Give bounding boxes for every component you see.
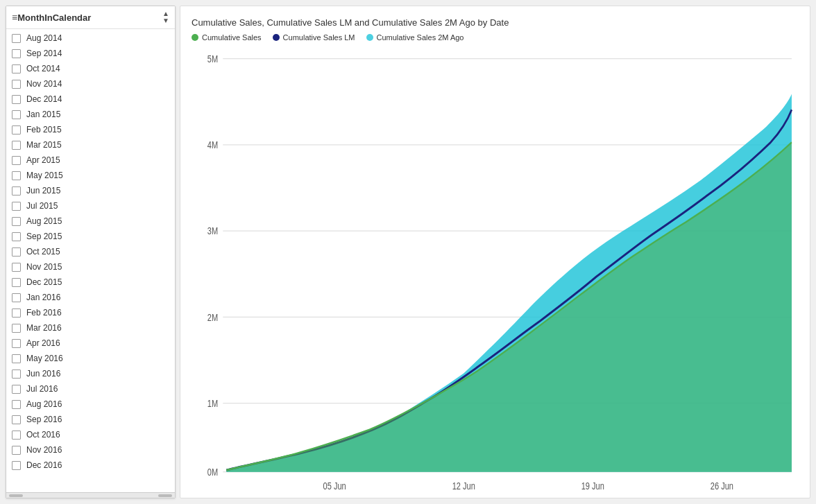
- list-item[interactable]: Sep 2016: [6, 412, 175, 427]
- month-label: Aug 2014: [26, 33, 62, 43]
- list-item[interactable]: Mar 2016: [6, 320, 175, 336]
- list-item[interactable]: Apr 2015: [6, 153, 175, 168]
- checkbox[interactable]: [12, 171, 21, 180]
- svg-text:5M: 5M: [207, 54, 218, 65]
- month-label: Apr 2016: [26, 338, 60, 348]
- list-item[interactable]: Sep 2014: [6, 46, 175, 61]
- checkbox[interactable]: [12, 400, 21, 409]
- list-item[interactable]: Oct 2014: [6, 61, 175, 76]
- list-item[interactable]: Oct 2015: [6, 244, 175, 259]
- month-label: Jun 2015: [26, 186, 60, 195]
- list-item[interactable]: Apr 2016: [6, 336, 175, 351]
- checkbox[interactable]: [12, 309, 21, 318]
- checkbox[interactable]: [12, 461, 21, 470]
- checkbox[interactable]: [12, 354, 21, 363]
- checkbox[interactable]: [12, 186, 21, 195]
- svg-text:0M: 0M: [207, 467, 218, 478]
- month-label: Apr 2015: [26, 155, 60, 165]
- list-item[interactable]: Nov 2015: [6, 259, 175, 275]
- svg-text:3M: 3M: [207, 226, 218, 237]
- checkbox[interactable]: [12, 49, 21, 58]
- checkbox[interactable]: [12, 385, 21, 394]
- list-item[interactable]: Dec 2016: [6, 458, 175, 473]
- list-item[interactable]: Jan 2016: [6, 290, 175, 305]
- list-item[interactable]: Dec 2014: [6, 92, 175, 107]
- checkbox[interactable]: [12, 278, 21, 287]
- checkbox[interactable]: [12, 431, 21, 440]
- list-item[interactable]: Jul 2016: [6, 381, 175, 397]
- list-item[interactable]: Mar 2015: [6, 137, 175, 153]
- chart-title: Cumulative Sales, Cumulative Sales LM an…: [192, 17, 799, 28]
- svg-text:19 Jun: 19 Jun: [581, 481, 604, 489]
- list-item[interactable]: May 2015: [6, 168, 175, 183]
- legend-label: Cumulative Sales 2M Ago: [377, 33, 464, 42]
- checkbox[interactable]: [12, 202, 21, 211]
- month-label: Mar 2015: [26, 140, 62, 150]
- checkbox[interactable]: [12, 141, 21, 150]
- month-label: Jun 2016: [26, 369, 60, 379]
- list-item[interactable]: Jan 2015: [6, 107, 175, 122]
- scroll-handle-right[interactable]: [158, 494, 172, 497]
- checkbox[interactable]: [12, 217, 21, 226]
- month-label: Dec 2016: [26, 460, 62, 470]
- month-label: Dec 2015: [26, 277, 62, 287]
- panel-title: MonthInCalendar: [17, 12, 162, 23]
- month-label: Dec 2014: [26, 94, 62, 104]
- checkbox[interactable]: [12, 110, 21, 119]
- checkbox[interactable]: [12, 324, 21, 333]
- list-item[interactable]: Feb 2016: [6, 305, 175, 320]
- sort-icons[interactable]: ▲ ▼: [162, 10, 169, 24]
- checkbox[interactable]: [12, 34, 21, 43]
- month-label: Sep 2016: [26, 415, 62, 424]
- filter-panel: ≡ MonthInCalendar ▲ ▼ Aug 2014Sep 2014Oc…: [6, 6, 176, 498]
- checkbox[interactable]: [12, 446, 21, 455]
- checkbox[interactable]: [12, 247, 21, 257]
- scroll-handle-left[interactable]: [9, 494, 23, 497]
- month-list[interactable]: Aug 2014Sep 2014Oct 2014Nov 2014Dec 2014…: [6, 29, 175, 492]
- checkbox[interactable]: [12, 80, 21, 89]
- chart-area: 5M 4M 3M 2M 1M 0M 05 Jun 12 Jun 19 Jun 2…: [192, 50, 799, 489]
- list-item[interactable]: Dec 2015: [6, 275, 175, 290]
- month-label: May 2016: [26, 354, 63, 363]
- list-item[interactable]: Jun 2016: [6, 366, 175, 381]
- list-item[interactable]: May 2016: [6, 351, 175, 366]
- list-item[interactable]: Aug 2016: [6, 397, 175, 412]
- checkbox[interactable]: [12, 293, 21, 302]
- chart-legend: Cumulative SalesCumulative Sales LMCumul…: [192, 33, 799, 42]
- panel-header: ≡ MonthInCalendar ▲ ▼: [6, 6, 175, 29]
- list-item[interactable]: Aug 2014: [6, 31, 175, 46]
- checkbox[interactable]: [12, 263, 21, 272]
- checkbox[interactable]: [12, 232, 21, 241]
- hamburger-icon[interactable]: ≡: [12, 12, 17, 22]
- list-item[interactable]: Oct 2016: [6, 427, 175, 442]
- list-item[interactable]: Feb 2015: [6, 122, 175, 137]
- checkbox[interactable]: [12, 370, 21, 379]
- checkbox[interactable]: [12, 95, 21, 104]
- list-item[interactable]: Nov 2016: [6, 442, 175, 458]
- month-label: Nov 2014: [26, 79, 62, 89]
- month-label: Jul 2015: [26, 201, 58, 211]
- checkbox[interactable]: [12, 415, 21, 424]
- legend-dot: [366, 34, 373, 41]
- list-item[interactable]: Nov 2014: [6, 76, 175, 92]
- month-label: Aug 2015: [26, 216, 62, 226]
- svg-text:1M: 1M: [207, 399, 218, 410]
- checkbox[interactable]: [12, 156, 21, 165]
- list-item[interactable]: Jul 2015: [6, 198, 175, 214]
- legend-dot: [273, 34, 280, 41]
- month-label: May 2015: [26, 171, 63, 180]
- list-item[interactable]: Jun 2015: [6, 183, 175, 198]
- list-item[interactable]: Sep 2015: [6, 229, 175, 244]
- legend-label: Cumulative Sales LM: [283, 33, 355, 42]
- checkbox[interactable]: [12, 64, 21, 73]
- month-label: Jan 2016: [26, 293, 60, 302]
- legend-item: Cumulative Sales: [192, 33, 262, 42]
- chart-panel: Cumulative Sales, Cumulative Sales LM an…: [180, 6, 810, 498]
- checkbox[interactable]: [12, 339, 21, 348]
- month-label: Jan 2015: [26, 110, 60, 119]
- checkbox[interactable]: [12, 125, 21, 134]
- list-item[interactable]: Aug 2015: [6, 214, 175, 229]
- legend-label: Cumulative Sales: [202, 33, 262, 42]
- month-label: Oct 2016: [26, 430, 60, 440]
- month-label: Feb 2016: [26, 308, 62, 318]
